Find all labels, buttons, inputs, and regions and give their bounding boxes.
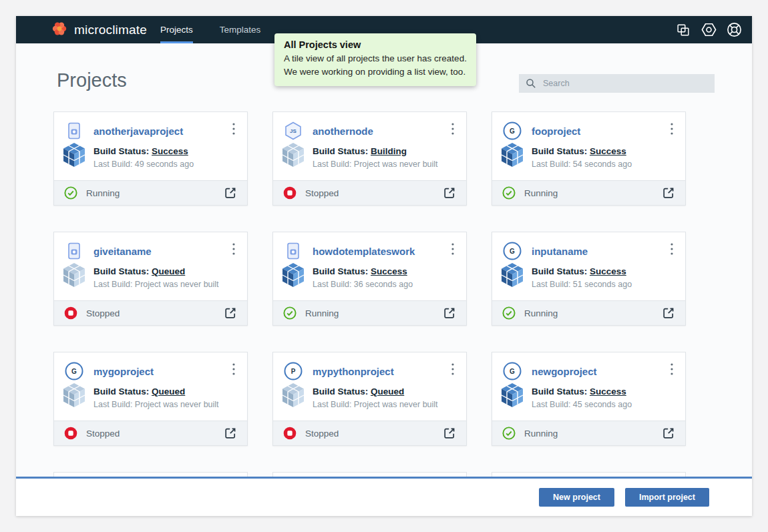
svg-text:G: G [510,127,515,135]
build-cube-icon [500,382,525,409]
project-language-icon: G [502,241,522,261]
callout-title: All Projects view [284,39,467,50]
project-card: G mygoproject Build Status: Queued Last [53,352,248,446]
build-status-link[interactable]: Building [371,146,407,156]
open-app-icon[interactable] [224,427,237,440]
kebab-menu-icon[interactable] [447,242,458,257]
project-name-link[interactable]: anothernode [313,125,373,137]
open-app-icon[interactable] [443,186,456,200]
project-card: G inputaname Build Status: Success Last [492,232,686,326]
build-cube-icon [500,262,525,289]
project-card: howdotemplateswork Build Status: Success… [272,232,467,326]
project-card: G newgoproject Build Status: Success La [492,352,686,446]
build-status-link[interactable]: Success [152,146,188,156]
open-app-icon[interactable] [662,186,675,200]
build-status-link[interactable]: Success [590,146,626,156]
import-project-button[interactable]: Import project [625,488,709,507]
tab-templates[interactable]: Templates [206,16,274,43]
microclimate-flower-logo-icon [52,21,67,39]
project-language-icon: JS [283,121,303,141]
last-build-text: Last Build: 54 seconds ago [532,160,632,169]
open-app-icon[interactable] [443,427,456,440]
open-app-icon[interactable] [443,306,456,320]
project-name-link[interactable]: mypythonproject [313,366,394,377]
svg-text:G: G [510,248,515,255]
open-app-icon[interactable] [224,306,237,320]
brand-title: microclimate [74,23,147,37]
build-status-line: Build Status: Queued [93,386,185,396]
build-status-label: Build Status: [532,266,590,276]
app-status-label: Stopped [86,308,224,318]
kebab-menu-icon[interactable] [666,362,677,377]
build-cube-icon [61,142,87,169]
settings-icon[interactable] [700,21,717,39]
card-status-footer: Running [492,180,685,205]
build-status-line: Build Status: Building [313,146,407,156]
last-build-text: Last Build: Project was never built [313,160,438,169]
project-name-link[interactable]: anotherjavaproject [93,125,183,137]
project-card: anotherjavaproject Build Status: Success… [53,111,248,206]
project-language-icon: G [502,361,522,381]
project-name-link[interactable]: howdotemplateswork [313,246,415,257]
callout-line-1: A tile view of all projects the user has… [284,52,467,65]
card-status-footer: Running [492,300,685,325]
kebab-menu-icon[interactable] [447,122,458,137]
open-app-icon[interactable] [662,427,675,440]
page-title: Projects [57,69,127,91]
card-status-footer: Running [492,421,685,445]
build-status-label: Build Status: [313,266,371,276]
open-app-icon[interactable] [662,306,675,320]
build-status-line: Build Status: Queued [93,266,185,276]
kebab-menu-icon[interactable] [228,242,239,257]
kebab-menu-icon[interactable] [447,362,458,377]
last-build-text: Last Build: 49 seconds ago [93,160,194,169]
card-status-footer: Stopped [273,421,466,445]
build-status-link[interactable]: Queued [371,386,404,396]
last-build-text: Last Build: Project was never built [93,280,219,289]
build-status-label: Build Status: [93,146,152,156]
running-status-icon [64,186,77,200]
last-build-text: Last Build: 45 seconds ago [532,400,632,409]
open-app-icon[interactable] [224,186,237,200]
project-name-link[interactable]: mygoproject [93,366,154,377]
build-status-link[interactable]: Success [590,386,626,396]
navbar-actions [675,16,743,43]
build-cube-icon [500,142,525,169]
projects-grid: anotherjavaproject Build Status: Success… [53,111,686,516]
project-language-icon [283,241,303,261]
duplicate-icon[interactable] [675,21,692,39]
kebab-menu-icon[interactable] [666,122,677,137]
project-language-icon [64,121,84,141]
build-status-link[interactable]: Success [371,266,407,276]
search-input[interactable] [542,78,708,89]
app-status-label: Running [524,308,662,318]
kebab-menu-icon[interactable] [228,122,239,137]
app-status-label: Running [524,188,662,198]
project-card: JS anothernode Build Status: Building [272,111,467,206]
callout-line-2: We were working on providing a list view… [284,65,467,79]
build-status-label: Build Status: [93,266,152,276]
kebab-menu-icon[interactable] [228,362,239,377]
running-status-icon [502,306,516,320]
project-name-link[interactable]: giveitaname [93,246,152,257]
build-status-link[interactable]: Queued [152,266,185,276]
build-status-label: Build Status: [313,146,371,156]
build-cube-icon [280,382,306,409]
build-cube-icon [280,262,306,289]
build-status-link[interactable]: Queued [152,386,185,396]
last-build-text: Last Build: 51 seconds ago [532,280,632,289]
project-card: G fooproject Build Status: Success Last [492,111,686,206]
project-name-link[interactable]: newgoproject [532,366,597,377]
build-cube-icon [61,262,87,289]
help-icon[interactable] [725,21,743,39]
tab-projects[interactable]: Projects [147,16,206,43]
kebab-menu-icon[interactable] [666,242,677,257]
last-build-text: Last Build: 36 seconds ago [313,280,413,289]
project-name-link[interactable]: fooproject [532,125,580,137]
new-project-button[interactable]: New project [539,488,614,507]
search-icon [526,78,536,89]
build-status-link[interactable]: Success [590,266,626,276]
last-build-text: Last Build: Project was never built [93,400,219,409]
card-status-footer: Stopped [54,300,247,325]
project-name-link[interactable]: inputaname [532,246,588,257]
